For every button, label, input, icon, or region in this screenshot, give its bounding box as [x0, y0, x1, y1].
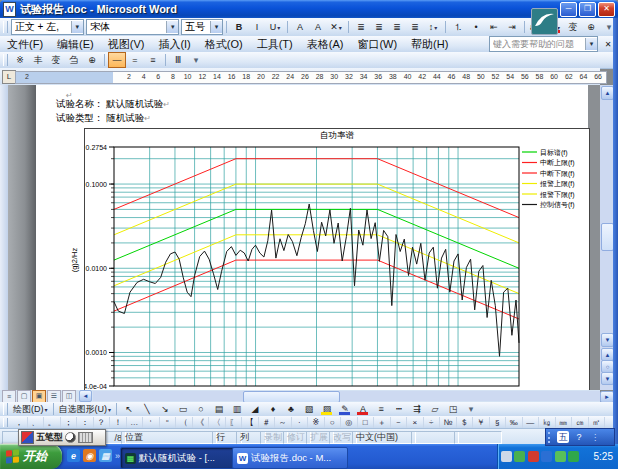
decrease-indent-button[interactable]: ⇤ [485, 19, 503, 35]
character-scale-button[interactable]: ✕ [327, 19, 345, 35]
menu-item-file[interactable]: 文件(F) [0, 36, 50, 53]
symbol-button[interactable]: 。 [44, 417, 61, 428]
tray-icon-6[interactable] [568, 451, 579, 462]
vertical-scrollbar[interactable]: ▲ ▼ ▲ ○ ▼ [600, 85, 613, 390]
chevron-down-icon[interactable]: ▾ [166, 21, 178, 33]
toolbar-grip[interactable] [3, 418, 8, 427]
start-button[interactable]: 开始 [0, 444, 62, 469]
symbol-button[interactable]: ～ [275, 417, 292, 428]
picture-icon[interactable]: ▧ [300, 401, 318, 417]
language-indicator[interactable]: 中文(中国) [352, 431, 416, 444]
font-combobox[interactable]: 宋体▾ [86, 19, 179, 35]
clip-art-icon[interactable]: ♣ [282, 401, 300, 417]
ime-toolbar[interactable]: 五笔型 [18, 429, 106, 446]
punctuation-mode-icon[interactable] [65, 432, 76, 443]
cjk-layout-tool-3-button[interactable]: 变 [47, 52, 65, 68]
menu-item-window[interactable]: 窗口(W) [350, 36, 404, 53]
enclose-characters-button[interactable]: ⊕ [582, 19, 600, 35]
tab-selector[interactable]: L [2, 70, 16, 84]
align-center-button[interactable]: ≣ [370, 19, 388, 35]
status-empty[interactable] [411, 431, 459, 444]
align-right-button[interactable]: ≣ [388, 19, 406, 35]
tray-icon-3[interactable] [528, 451, 539, 462]
symbol-button[interactable]: ＃ [259, 417, 276, 428]
symbol-button[interactable]: ？ [94, 417, 111, 428]
toolbar-grip[interactable] [3, 21, 8, 33]
text-box-icon[interactable]: ▤ [210, 401, 228, 417]
cjk-layout-tool-1-button[interactable]: ※ [11, 52, 29, 68]
symbol-button[interactable]: 〈 [209, 417, 226, 428]
symbol-button[interactable]: ‰ [506, 417, 523, 428]
menu-item-view[interactable]: 视图(V) [101, 36, 152, 53]
one-half-spacing-button[interactable]: = [126, 52, 144, 68]
vibration-app-logo-icon[interactable] [531, 8, 558, 35]
select-objects-icon[interactable]: ↖ [120, 401, 138, 417]
style-combobox[interactable]: 正文 + 左,▾ [11, 19, 84, 35]
cjk-layout-tool-4-button[interactable]: 刍 [65, 52, 83, 68]
symbol-button[interactable]: № [440, 417, 457, 428]
softkeyboard-icon[interactable] [78, 432, 93, 443]
oval-icon[interactable]: ○ [192, 401, 210, 417]
symbol-button[interactable]: □ [358, 417, 375, 428]
horizontal-ruler[interactable]: 2 24681012141618202224262830323436384042… [15, 71, 607, 84]
double-spacing-button[interactable]: ≡ [144, 52, 162, 68]
arrow-icon[interactable]: ↘ [156, 401, 174, 417]
italic-button[interactable]: I [248, 19, 266, 35]
symbol-button[interactable]: · [292, 417, 309, 428]
menu-item-help[interactable]: 帮助(H) [404, 36, 455, 53]
symbol-button[interactable]: 《 [193, 417, 210, 428]
vertical-text-box-icon[interactable]: ▥ [228, 401, 246, 417]
symbol-button[interactable]: ㎜ [556, 417, 573, 428]
enclose-button[interactable]: ⊕ [83, 52, 101, 68]
draw-menu-button[interactable]: 绘图(D) [11, 401, 50, 417]
position-indicator[interactable]: 位置 [121, 431, 217, 444]
symbol-button[interactable]: 〖 [226, 417, 243, 428]
toolbar-grip[interactable] [3, 54, 8, 66]
symbol-button[interactable]: ！ [110, 417, 127, 428]
line-style-icon[interactable]: ≡ [372, 401, 390, 417]
underline-button[interactable]: U [266, 19, 284, 35]
shadow-style-icon[interactable]: ▱ [426, 401, 444, 417]
symbol-button[interactable]: ￥ [473, 417, 490, 428]
symbol-button[interactable]: － [391, 417, 408, 428]
rectangle-icon[interactable]: ▭ [174, 401, 192, 417]
symbol-button[interactable]: ， [11, 417, 28, 428]
media-quick-launch-icon[interactable]: ◉ [83, 449, 96, 462]
line-color-icon[interactable]: ✎ [336, 401, 354, 417]
increase-indent-button[interactable]: ⇥ [503, 19, 521, 35]
line-icon[interactable]: ╲ [138, 401, 156, 417]
symbol-button[interactable]: ÷ [424, 417, 441, 428]
drag-handle-icon[interactable] [548, 432, 554, 443]
diagram-icon[interactable]: ♦ [264, 401, 282, 417]
menu-item-table[interactable]: 表格(A) [300, 36, 351, 53]
dash-style-icon[interactable]: ┅ [390, 401, 408, 417]
symbol-button[interactable]: … [127, 417, 144, 428]
clock[interactable]: 5:25 [594, 451, 613, 462]
toolbar-overflow-button[interactable]: ▾ [187, 52, 205, 68]
ime-help-icon[interactable]: ? [573, 431, 585, 443]
doc-text-line[interactable]: 试验类型： 随机试验↵ [56, 112, 151, 125]
character-shading-button[interactable]: A [309, 19, 327, 35]
language-bar-options-icon[interactable]: ⋮ [591, 433, 599, 442]
menu-item-tools[interactable]: 工具(T) [250, 36, 300, 53]
symbol-button[interactable]: 、 [28, 417, 45, 428]
tray-icon-1[interactable] [501, 451, 512, 462]
maximize-button[interactable]: ❐ [579, 2, 596, 17]
cjk-layout-tool-2-button[interactable]: 丰 [29, 52, 47, 68]
taskbar-task-2[interactable]: W试验报告.doc - M... [232, 447, 348, 469]
symbol-button[interactable]: （ [176, 417, 193, 428]
symbol-button[interactable]: ㎡ [589, 417, 606, 428]
symbol-button[interactable]: ： [77, 417, 94, 428]
power-spectrum-chart-object[interactable]: 自功率谱 0.27540.10000.01000.00104.0e-04目标谱(… [84, 128, 590, 390]
language-bar[interactable]: 五 ? ⋮ [545, 428, 615, 446]
ruler-left-margin[interactable] [16, 72, 113, 83]
doc-text-line[interactable]: 试验名称： 默认随机试验↵ [56, 98, 170, 111]
numbering-button[interactable]: ⒈ [449, 19, 467, 35]
chevron-down-icon[interactable]: ▾ [210, 21, 222, 33]
chevron-down-icon[interactable]: ▾ [71, 21, 83, 33]
word-doc-icon[interactable]: W [3, 2, 16, 17]
ime-mode-label[interactable]: 五笔型 [36, 431, 63, 444]
toolbar-overflow-button[interactable]: ▾ [462, 401, 480, 417]
3d-style-icon[interactable]: ◳ [444, 401, 462, 417]
symbol-button[interactable]: 【 [242, 417, 259, 428]
